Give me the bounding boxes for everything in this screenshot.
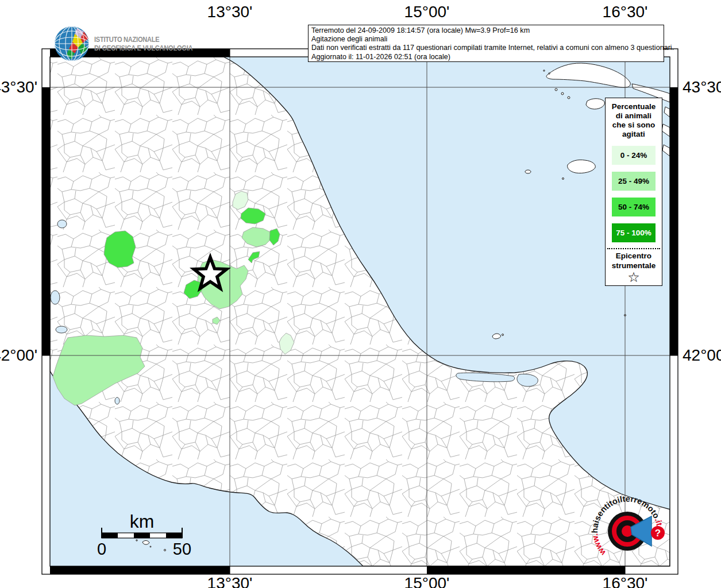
legend-class-25-49: 25 - 49%	[612, 172, 656, 191]
event-title-line1: Terremoto del 24-09-2009 18:14:57 (ora l…	[311, 26, 661, 35]
axis-label-right-4330: 43°30'	[683, 78, 721, 96]
axis-label-bottom-1630: 16°30'	[603, 574, 648, 588]
event-title-box: Terremoto del 24-09-2009 18:14:57 (ora l…	[308, 25, 664, 62]
axis-label-top-1630: 16°30'	[603, 3, 648, 21]
axis-label-right-4200: 42°00'	[683, 346, 721, 365]
felt-report-map-page: ? www.haisentitoilterremoto.it 13°30' 15…	[0, 0, 721, 588]
ingv-wordmark-line1: ISTITUTO NAZIONALE	[94, 35, 192, 44]
event-title-line3: Dati non verificati estratti da 117 ques…	[311, 44, 661, 52]
axis-label-top-1330: 13°30'	[207, 3, 253, 21]
ingv-logo: ISTITUTO NAZIONALE DI GEOFISICA E VULCAN…	[54, 26, 214, 61]
legend-title-line2: di animali	[606, 111, 662, 121]
axis-label-bottom-1500: 15°00'	[404, 574, 450, 588]
legend-class-0-24: 0 - 24%	[612, 146, 656, 165]
event-title-line2: Agitazione degli animali	[311, 35, 661, 44]
scalebar-start: 0	[97, 540, 106, 559]
axis-label-bottom-1330: 13°30'	[207, 574, 253, 588]
ingv-wordmark-line2: DI GEOFISICA E VULCANOLOGIA	[94, 44, 192, 53]
legend-panel: Percentuale di animali che si sono agita…	[605, 98, 662, 286]
legend-divider	[607, 248, 660, 249]
legend-class-75-100: 75 - 100%	[612, 223, 656, 242]
scalebar-unit: km	[130, 511, 155, 532]
legend-epicenter-line1: Epicentro	[606, 252, 662, 261]
legend-epicenter-star-icon: ☆	[606, 270, 662, 284]
legend-title-line1: Percentuale	[606, 102, 662, 111]
map-canvas: ? www.haisentitoilterremoto.it	[0, 0, 721, 588]
legend-title-line3: che si sono	[606, 121, 662, 130]
ingv-globe-icon	[54, 26, 90, 61]
municipality-50-74-a	[104, 231, 136, 268]
legend-class-50-74: 50 - 74%	[612, 198, 656, 216]
ingv-wordmark: ISTITUTO NAZIONALE DI GEOFISICA E VULCAN…	[94, 35, 192, 53]
scalebar-end: 50	[173, 540, 191, 559]
question-mark: ?	[655, 528, 661, 539]
event-title-line4: Aggiornato il: 11-01-2026 02:51 (ora loc…	[311, 53, 661, 61]
axis-label-left-4330: 43°30'	[0, 78, 37, 96]
axis-label-left-4200: 42°00'	[0, 346, 37, 365]
axis-label-top-1500: 15°00'	[404, 3, 450, 21]
legend-title-line4: agitati	[606, 130, 662, 139]
